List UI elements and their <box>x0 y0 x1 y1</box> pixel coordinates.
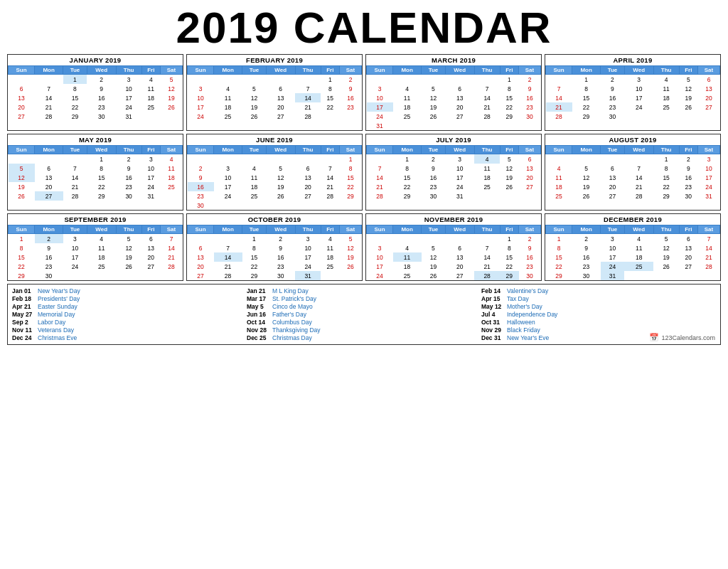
cal-day: 3 <box>445 154 474 164</box>
cal-day: 13 <box>266 93 295 102</box>
cal-day: 4 <box>393 243 422 252</box>
cal-day <box>321 201 339 210</box>
cal-day <box>445 75 474 85</box>
cal-day: 30 <box>572 271 601 280</box>
day-header-fri: Fri <box>679 146 697 154</box>
day-header-thu: Thu <box>474 66 500 75</box>
cal-day: 28 <box>546 112 572 121</box>
cal-day: 29 <box>546 271 572 280</box>
day-header-thu: Thu <box>116 225 141 234</box>
cal-day: 7 <box>474 243 500 252</box>
cal-day: 24 <box>188 112 214 121</box>
cal-day: 9 <box>87 84 116 93</box>
cal-table: SunMonTueWedThuFriSat1234567891011121314… <box>545 65 720 121</box>
day-header-sun: Sun <box>9 225 35 234</box>
holiday-name: Father's Day <box>272 311 306 318</box>
day-header-mon: Mon <box>393 66 422 75</box>
cal-day <box>500 191 518 201</box>
month-block-10: OCTOBER 2019SunMonTueWedThuFriSat1234567… <box>186 213 363 281</box>
cal-day: 25 <box>87 262 116 271</box>
cal-day: 3 <box>698 154 720 164</box>
cal-day <box>679 112 697 121</box>
cal-day: 3 <box>116 75 141 85</box>
cal-day: 7 <box>161 234 183 244</box>
cal-day: 16 <box>601 93 625 102</box>
cal-day: 19 <box>500 173 518 182</box>
cal-day: 17 <box>367 262 393 271</box>
cal-day: 24 <box>214 191 242 201</box>
cal-day: 2 <box>572 234 601 244</box>
cal-day: 31 <box>601 271 625 280</box>
day-header-thu: Thu <box>653 146 679 154</box>
cal-day <box>161 191 183 201</box>
holiday-date: Dec 31 <box>481 334 504 341</box>
cal-day <box>295 154 321 164</box>
cal-day: 5 <box>340 234 362 244</box>
holiday-row: Feb 18Presidents' Day <box>12 295 247 302</box>
cal-day: 19 <box>9 182 35 191</box>
cal-day: 27 <box>266 112 295 121</box>
cal-day <box>698 271 720 280</box>
cal-day: 2 <box>679 154 697 164</box>
cal-day: 22 <box>500 102 518 112</box>
cal-day <box>321 112 339 121</box>
cal-day: 8 <box>393 164 422 173</box>
cal-day: 3 <box>188 84 214 93</box>
cal-day: 24 <box>445 182 474 191</box>
cal-day: 15 <box>500 93 518 102</box>
cal-day: 25 <box>161 182 183 191</box>
month-block-5: MAY 2019SunMonTueWedThuFriSat12345678910… <box>7 134 183 211</box>
cal-day <box>161 271 183 280</box>
day-header-sat: Sat <box>340 225 362 234</box>
day-header-tue: Tue <box>422 146 446 154</box>
cal-day: 17 <box>63 252 87 262</box>
day-header-fri: Fri <box>500 66 518 75</box>
cal-day: 15 <box>653 173 679 182</box>
cal-day: 7 <box>367 164 393 173</box>
cal-day: 1 <box>500 75 518 85</box>
cal-day: 8 <box>87 164 116 173</box>
cal-day: 6 <box>188 243 214 252</box>
cal-day: 31 <box>367 121 393 130</box>
cal-day: 13 <box>601 173 625 182</box>
cal-day: 22 <box>653 182 679 191</box>
holiday-date: Jan 21 <box>247 287 269 294</box>
cal-day: 29 <box>500 271 518 280</box>
brand-text: 123Calendars.com <box>661 334 715 341</box>
cal-day: 18 <box>141 93 160 102</box>
cal-day: 17 <box>445 173 474 182</box>
holiday-name: Thanksgiving Day <box>272 326 321 334</box>
cal-day: 21 <box>35 102 63 112</box>
cal-day: 18 <box>87 252 116 262</box>
month-title: DECEMBER 2019 <box>545 214 720 225</box>
cal-day <box>393 121 422 130</box>
day-header-sun: Sun <box>188 146 214 154</box>
cal-day: 10 <box>188 93 214 102</box>
cal-day: 27 <box>445 271 474 280</box>
day-header-mon: Mon <box>214 225 242 234</box>
day-header-sat: Sat <box>340 66 362 75</box>
cal-day: 8 <box>340 164 362 173</box>
cal-day: 20 <box>188 262 214 271</box>
cal-day: 14 <box>624 173 653 182</box>
day-header-fri: Fri <box>500 225 518 234</box>
calendars-grid: JANUARY 2019SunMonTueWedThuFriSat1234567… <box>7 54 721 281</box>
cal-day: 23 <box>519 102 541 112</box>
page: 2019 CALENDAR JANUARY 2019SunMonTueWedTh… <box>0 0 728 569</box>
day-header-thu: Thu <box>295 66 321 75</box>
cal-day: 29 <box>393 191 422 201</box>
cal-day: 16 <box>519 93 541 102</box>
cal-day: 6 <box>9 84 35 93</box>
cal-day: 9 <box>188 173 214 182</box>
cal-day: 21 <box>214 262 242 271</box>
cal-day: 11 <box>141 84 160 93</box>
cal-day: 24 <box>601 262 625 271</box>
cal-day: 13 <box>679 243 697 252</box>
cal-day: 1 <box>393 154 422 164</box>
holiday-row: Jun 16Father's Day <box>247 311 481 318</box>
day-header-mon: Mon <box>35 146 63 154</box>
cal-day <box>141 112 160 121</box>
cal-day: 19 <box>340 252 362 262</box>
holiday-name: Mother's Day <box>507 303 542 310</box>
month-title: APRIL 2019 <box>545 55 720 65</box>
